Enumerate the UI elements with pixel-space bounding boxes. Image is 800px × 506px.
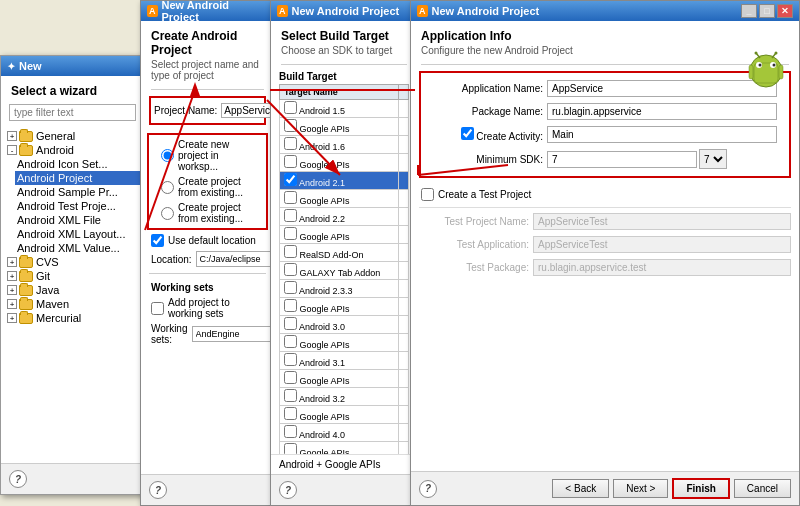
tree-label-git: Git	[36, 270, 50, 282]
panel1-title-icon: ✦	[7, 61, 15, 72]
radio-source-label: Create project from existing...	[178, 176, 254, 198]
create-activity-checkbox[interactable]	[461, 127, 474, 140]
next-button[interactable]: Next >	[613, 479, 668, 498]
table-row[interactable]: RealSD Add-On	[280, 244, 409, 262]
app-name-label: Application Name:	[433, 83, 543, 94]
test-application-label: Test Application:	[419, 239, 529, 250]
table-row-android21[interactable]: Android 2.1	[280, 172, 409, 190]
tree-item-android-icon-set[interactable]: Android Icon Set...	[15, 157, 140, 171]
tree-item-android-xml-layout[interactable]: Android XML Layout...	[15, 227, 140, 241]
table-row[interactable]: Google APIs	[280, 370, 409, 388]
minimize-button[interactable]: _	[741, 4, 757, 18]
folder-icon-git	[19, 271, 33, 282]
tree-item-android-test[interactable]: Android Test Proje...	[15, 199, 140, 213]
working-sets-title: Working sets	[141, 278, 274, 295]
tree-item-android-xml-value[interactable]: Android XML Value...	[15, 241, 140, 255]
help-button-p2[interactable]: ?	[149, 481, 167, 499]
table-row[interactable]: Android 1.5	[280, 100, 409, 118]
back-button[interactable]: < Back	[552, 479, 609, 498]
table-row[interactable]: Google APIs	[280, 118, 409, 136]
min-sdk-select[interactable]: 7	[699, 149, 727, 169]
tree-item-cvs[interactable]: + CVS	[5, 255, 140, 269]
table-row[interactable]: Android 4.0	[280, 424, 409, 442]
tree-item-android-sample[interactable]: Android Sample Pr...	[15, 185, 140, 199]
svg-rect-7	[779, 65, 783, 79]
checkbox-default-location-row[interactable]: Use default location	[141, 232, 274, 249]
tree-toggle-maven[interactable]: +	[7, 299, 17, 309]
checkbox-default-location[interactable]	[151, 234, 164, 247]
tree-label-android-test: Android Test Proje...	[17, 200, 116, 212]
create-test-checkbox[interactable]	[421, 188, 434, 201]
tree-item-android-project[interactable]: Android Project	[15, 171, 140, 185]
tree-label-android-xml-value: Android XML Value...	[17, 242, 120, 254]
table-row[interactable]: Google APIs	[280, 226, 409, 244]
radio-existing-source[interactable]: Create project from existing...	[151, 174, 264, 200]
create-activity-label: Create Activity:	[433, 127, 543, 142]
android-robot-icon	[741, 43, 791, 93]
tree-toggle-android[interactable]: -	[7, 145, 17, 155]
tree-item-general[interactable]: + General	[5, 129, 140, 143]
tree-label-android-project: Android Project	[17, 172, 92, 184]
test-project-section: Test Project Name: Test Application: Tes…	[411, 210, 799, 279]
radio-new-label: Create new project in worksp...	[178, 139, 254, 172]
table-row[interactable]: Android 3.0	[280, 316, 409, 334]
panel3-subtitle: Choose an SDK to target	[271, 45, 417, 64]
table-row[interactable]: Android 1.6	[280, 136, 409, 154]
table-row[interactable]: Android 2.3.3	[280, 280, 409, 298]
table-row[interactable]: Google APIs	[280, 154, 409, 172]
panel4-section-title: Application Info	[411, 21, 799, 45]
table-row[interactable]: Google APIs	[280, 406, 409, 424]
wizard-tree: + General - Android Android Icon Set... …	[1, 125, 144, 329]
cancel-button[interactable]: Cancel	[734, 479, 791, 498]
add-working-sets-row[interactable]: Add project to working sets	[141, 295, 274, 321]
tree-toggle-mercurial[interactable]: +	[7, 313, 17, 323]
svg-point-4	[759, 64, 762, 67]
add-working-sets-checkbox[interactable]	[151, 302, 164, 315]
tree-item-android-xml[interactable]: Android XML File	[15, 213, 140, 227]
table-row[interactable]: Google APIs	[280, 190, 409, 208]
tree-toggle-java[interactable]: +	[7, 285, 17, 295]
folder-icon-java	[19, 285, 33, 296]
close-button[interactable]: ✕	[777, 4, 793, 18]
tree-item-java[interactable]: + Java	[5, 283, 140, 297]
min-sdk-input[interactable]	[547, 151, 697, 168]
tree-toggle-git[interactable]: +	[7, 271, 17, 281]
table-row[interactable]: GALAXY Tab Addon	[280, 262, 409, 280]
tree-item-git[interactable]: + Git	[5, 269, 140, 283]
table-row[interactable]: Google APIs	[280, 334, 409, 352]
table-row[interactable]: Android 3.1	[280, 352, 409, 370]
panel4-title: New Android Project	[432, 5, 540, 17]
panel1-titlebar: ✦ New	[1, 56, 144, 76]
package-name-input[interactable]	[547, 103, 777, 120]
help-button-p4[interactable]: ?	[419, 480, 437, 498]
tree-toggle-cvs[interactable]: +	[7, 257, 17, 267]
maximize-button[interactable]: □	[759, 4, 775, 18]
min-sdk-row: Minimum SDK: 7	[425, 146, 785, 172]
wizard-filter-input[interactable]	[9, 104, 136, 121]
tree-item-maven[interactable]: + Maven	[5, 297, 140, 311]
create-test-row[interactable]: Create a Test Project	[411, 184, 799, 205]
tree-toggle-general[interactable]: +	[7, 131, 17, 141]
table-row[interactable]: Android 3.2	[280, 388, 409, 406]
tree-item-mercurial[interactable]: + Mercurial	[5, 311, 140, 325]
panel3-title: New Android Project	[292, 5, 400, 17]
panel2-title: New Android Project	[162, 0, 269, 23]
working-sets-label: Working sets:	[151, 323, 188, 345]
radio-new-project[interactable]: Create new project in worksp...	[151, 137, 264, 174]
table-row[interactable]: Android 2.2	[280, 208, 409, 226]
help-button-p1[interactable]: ?	[9, 470, 27, 488]
tree-item-android[interactable]: - Android	[5, 143, 140, 157]
project-name-label: Project Name:	[154, 105, 217, 116]
radio-existing-sample[interactable]: Create project from existing...	[151, 200, 264, 226]
finish-button[interactable]: Finish	[672, 478, 729, 499]
create-activity-input[interactable]	[547, 126, 777, 143]
panel3-titlebar: A New Android Project	[271, 1, 417, 21]
table-row[interactable]: Google APIs	[280, 298, 409, 316]
table-row[interactable]: Google APIs	[280, 442, 409, 455]
panel2-title-icon: A	[147, 5, 158, 17]
build-target-table: Target Name Android 1.5 Google APIs Andr…	[279, 84, 409, 454]
help-button-p3[interactable]: ?	[279, 481, 297, 499]
add-working-sets-label: Add project to working sets	[168, 297, 264, 319]
test-application-input	[533, 236, 791, 253]
folder-icon-cvs	[19, 257, 33, 268]
